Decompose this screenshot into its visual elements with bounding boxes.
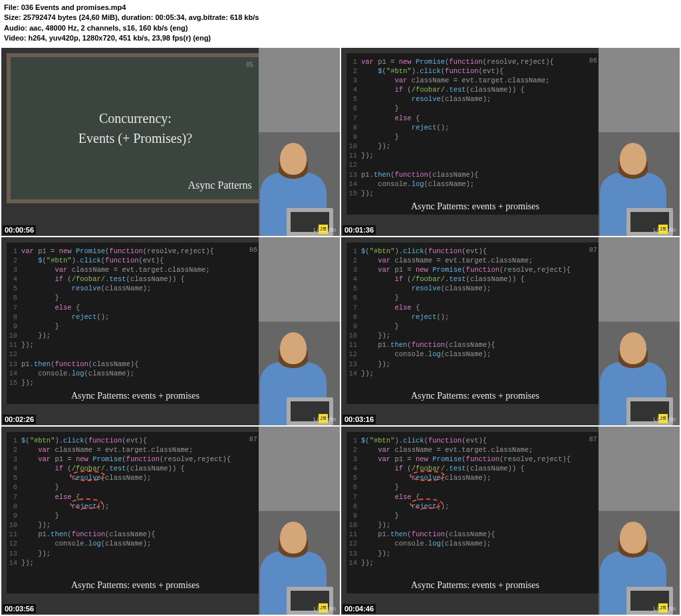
slide-number: 86: [249, 247, 257, 254]
code-text: reject();: [21, 312, 109, 322]
line-number: 7: [346, 492, 361, 502]
code-text: else {: [361, 492, 420, 502]
media-info-header: File: 036 Events and promises.mp4 Size: …: [0, 0, 681, 47]
code-text: $("#btn").click(function(evt){: [21, 436, 147, 445]
code-line: 1$("#btn").click(function(evt){: [346, 436, 604, 445]
code-text: var p1 = new Promise(function(resolve,re…: [21, 455, 231, 464]
line-number: 13: [7, 359, 21, 369]
video-thumbnail[interactable]: 87 1$("#btn").click(function(evt){2 var …: [341, 427, 680, 615]
code-line: 12 console.log(className);: [346, 350, 604, 359]
watermark-text: Linkedin: [313, 605, 336, 612]
line-number: 12: [346, 160, 361, 169]
code-line: 1var p1 = new Promise(function(resolve,r…: [7, 247, 264, 256]
code-line: 12: [7, 350, 264, 359]
line-number: 5: [346, 473, 361, 482]
code-text: var p1 = new Promise(function(resolve,re…: [21, 247, 214, 256]
line-number: 4: [7, 464, 21, 473]
code-text: });: [361, 142, 390, 151]
code-line: 1$("#btn").click(function(evt){: [7, 436, 264, 445]
line-number: 10: [7, 520, 21, 530]
slide-title: Concurrency:Events (+ Promises)?: [78, 108, 192, 148]
code-line: 6 }: [7, 482, 264, 492]
line-number: 11: [7, 340, 21, 350]
code-text: }: [21, 511, 59, 520]
code-text: var p1 = new Promise(function(resolve,re…: [361, 265, 571, 274]
presenter-area: JS Linkedin: [259, 237, 340, 425]
code-line: 8 reject();: [7, 312, 264, 322]
line-number: 3: [7, 265, 21, 274]
code-line: 2 var className = evt.target.className;: [346, 445, 604, 455]
code-line: 10 });: [7, 520, 264, 530]
video-thumbnail[interactable]: 87 1$("#btn").click(function(evt){2 var …: [1, 427, 340, 615]
code-line: 9 }: [346, 511, 604, 520]
line-number: 10: [346, 520, 361, 530]
code-text: resolve(className);: [21, 473, 151, 482]
code-editor: 87 1$("#btn").click(function(evt){2 var …: [346, 432, 604, 593]
slide-caption: Async Patterns: events + promises: [71, 580, 200, 591]
code-text: p1.then(function(className){: [361, 340, 495, 350]
code-line: 3 var className = evt.target.className;: [346, 76, 604, 85]
code-line: 3 var className = evt.target.className;: [7, 265, 264, 274]
code-line: 4 if (/foobar/.test(className)) {: [346, 464, 604, 473]
video-thumbnail[interactable]: 87 1$("#btn").click(function(evt){2 var …: [341, 237, 680, 425]
line-number: 7: [346, 303, 361, 312]
code-line: 10 });: [346, 520, 604, 530]
watermark-text: Linkedin: [653, 416, 676, 423]
line-number: 7: [7, 492, 21, 502]
line-number: 1: [346, 57, 361, 66]
size-value: 25792474 bytes (24,60 MiB), duration: 00…: [23, 13, 259, 21]
code-text: var className = evt.target.className;: [21, 445, 193, 455]
video-thumbnail[interactable]: 86 1var p1 = new Promise(function(resolv…: [1, 237, 340, 425]
code-line: 6 }: [7, 293, 264, 302]
line-number: 14: [7, 369, 21, 378]
code-text: console.log(className);: [21, 539, 151, 548]
presenter-area: JS Linkedin: [259, 427, 340, 615]
code-text: var className = evt.target.className;: [361, 76, 550, 85]
line-number: 2: [346, 256, 361, 265]
video-thumbnail[interactable]: 86 1var p1 = new Promise(function(resolv…: [341, 48, 680, 236]
code-line: 7 else {: [7, 303, 264, 312]
code-text: else {: [21, 492, 80, 502]
code-line: 2 var className = evt.target.className;: [7, 445, 264, 455]
chalkboard-slide: 85 Concurrency:Events (+ Promises)? Asyn…: [7, 53, 264, 203]
code-text: console.log(className);: [361, 539, 491, 548]
code-text: });: [361, 331, 390, 340]
code-line: 12: [346, 160, 604, 169]
code-text: else {: [361, 114, 420, 123]
code-text: resolve(className);: [361, 473, 491, 482]
line-number: 11: [7, 530, 21, 539]
code-line: 8 reject();: [346, 123, 604, 132]
code-line: 4 if (/foobar/.test(className)) {: [346, 85, 604, 94]
code-text: p1.then(function(className){: [361, 530, 495, 539]
line-number: 2: [346, 66, 361, 76]
code-text: reject();: [361, 312, 449, 322]
code-text: else {: [361, 303, 420, 312]
line-number: 8: [7, 502, 21, 511]
line-number: 5: [346, 94, 361, 104]
timestamp-badge: 00:03:16: [342, 415, 376, 424]
video-thumbnail[interactable]: 85 Concurrency:Events (+ Promises)? Asyn…: [1, 48, 340, 236]
presenter-area: JS Linkedin: [599, 237, 680, 425]
code-text: });: [361, 151, 374, 160]
timestamp-badge: 00:02:26: [3, 415, 36, 424]
line-number: 6: [7, 482, 21, 492]
line-number: 13: [346, 359, 361, 369]
line-number: 8: [7, 312, 21, 322]
line-number: 11: [346, 530, 361, 539]
code-line: 9 }: [346, 132, 604, 142]
timestamp-badge: 00:04:46: [342, 604, 376, 613]
thumbnail-grid: 85 Concurrency:Events (+ Promises)? Asyn…: [0, 47, 681, 616]
code-line: 9 }: [7, 322, 264, 331]
code-line: 9 }: [7, 511, 264, 520]
code-text: });: [21, 378, 34, 387]
code-text: }: [361, 132, 399, 142]
line-number: 14: [346, 369, 361, 378]
code-text: p1.then(function(className){: [21, 359, 138, 369]
code-line: 13p1.then(function(className){: [346, 170, 604, 179]
line-number: 2: [7, 445, 21, 455]
line-number: 3: [346, 76, 361, 85]
code-text: else {: [21, 303, 80, 312]
line-number: 10: [346, 142, 361, 151]
code-text: });: [361, 520, 390, 530]
code-text: reject();: [21, 502, 109, 511]
